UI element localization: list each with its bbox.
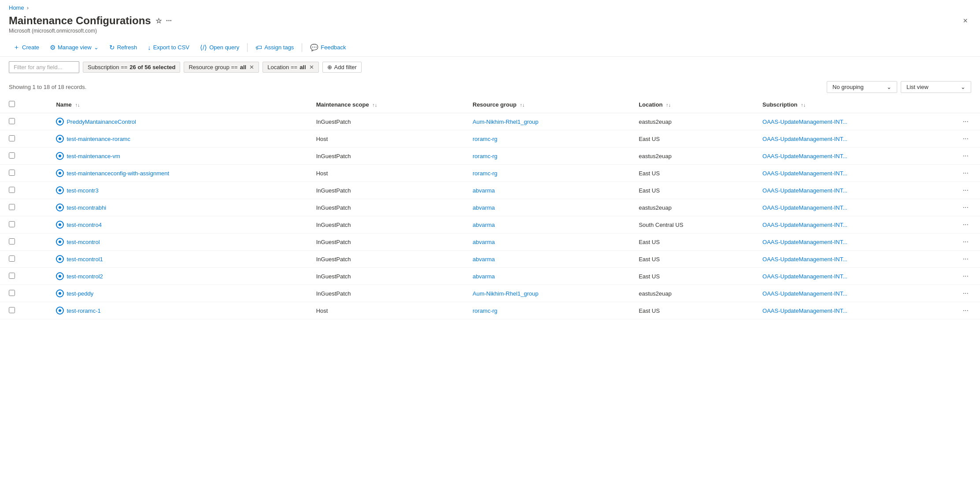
row-name-link[interactable]: PreddyMantainanceControl — [56, 118, 298, 126]
query-icon: ⟨/⟩ — [200, 44, 207, 52]
row-checkbox-cell[interactable] — [0, 182, 47, 199]
row-resource-group-link[interactable]: abvarma — [473, 256, 621, 263]
row-more-button-9[interactable]: ··· — [960, 271, 971, 281]
add-filter-button[interactable]: ⊕ Add filter — [322, 62, 362, 73]
row-more-button-0[interactable]: ··· — [960, 117, 971, 126]
row-checkbox-cell[interactable] — [0, 130, 47, 148]
row-name-link[interactable]: test-mcontro4 — [56, 221, 298, 229]
row-checkbox-1[interactable] — [9, 135, 15, 141]
close-button[interactable]: × — [959, 15, 971, 27]
row-checkbox-cell[interactable] — [0, 233, 47, 251]
resource-group-filter-close[interactable]: ✕ — [249, 64, 254, 70]
view-dropdown[interactable]: List view ⌄ — [901, 81, 971, 93]
col-header-scope[interactable]: Maintenance scope ↑↓ — [307, 96, 464, 113]
more-options-icon[interactable]: ··· — [166, 17, 172, 25]
row-more-button-4[interactable]: ··· — [960, 185, 971, 195]
row-resource-group-link[interactable]: abvarma — [473, 187, 621, 194]
row-resource-group-link[interactable]: abvarma — [473, 222, 621, 228]
row-subscription-link[interactable]: OAAS-UpdateManagement-INT... — [762, 118, 960, 125]
row-checkbox-5[interactable] — [9, 204, 15, 210]
row-subscription-link[interactable]: OAAS-UpdateManagement-INT... — [762, 239, 960, 245]
open-query-button[interactable]: ⟨/⟩ Open query — [196, 41, 244, 54]
row-name-link[interactable]: test-maintenance-vm — [56, 152, 298, 160]
row-name-link[interactable]: test-mcontr3 — [56, 186, 298, 194]
row-more-button-1[interactable]: ··· — [960, 134, 971, 144]
row-name-link[interactable]: test-mcontrabhi — [56, 204, 298, 211]
row-checkbox-cell[interactable] — [0, 302, 47, 319]
row-more-button-3[interactable]: ··· — [960, 168, 971, 178]
row-name-link[interactable]: test-mcontrol2 — [56, 272, 298, 280]
row-name-link[interactable]: test-maintenanceconfig-with-assignment — [56, 169, 298, 177]
row-resource-group-link[interactable]: roramc-rg — [473, 170, 621, 177]
row-subscription-link[interactable]: OAAS-UpdateManagement-INT... — [762, 256, 960, 263]
export-csv-button[interactable]: ↓ Export to CSV — [143, 41, 194, 53]
row-checkbox-cell[interactable] — [0, 165, 47, 182]
select-all-checkbox[interactable] — [9, 101, 15, 107]
row-name-link[interactable]: test-mcontrol — [56, 238, 298, 246]
col-header-name[interactable]: Name ↑↓ — [47, 96, 307, 113]
row-subscription-link[interactable]: OAAS-UpdateManagement-INT... — [762, 170, 960, 177]
row-resource-group-link[interactable]: Aum-Nikhim-Rhel1_group — [473, 118, 621, 125]
col-header-location[interactable]: Location ↑↓ — [630, 96, 754, 113]
grouping-dropdown[interactable]: No grouping ⌄ — [827, 81, 897, 93]
row-subscription-link[interactable]: OAAS-UpdateManagement-INT... — [762, 187, 960, 194]
row-resource-group-link[interactable]: roramc-rg — [473, 307, 621, 314]
row-checkbox-cell[interactable] — [0, 199, 47, 216]
row-resource-group-link[interactable]: Aum-Nikhim-Rhel1_group — [473, 290, 621, 297]
row-more-button-8[interactable]: ··· — [960, 254, 971, 264]
row-subscription-link[interactable]: OAAS-UpdateManagement-INT... — [762, 136, 960, 142]
feedback-button[interactable]: 💬 Feedback — [306, 41, 350, 54]
row-more-button-2[interactable]: ··· — [960, 151, 971, 161]
row-resource-group-link[interactable]: roramc-rg — [473, 153, 621, 159]
row-checkbox-11[interactable] — [9, 307, 15, 313]
home-link[interactable]: Home — [9, 4, 24, 11]
row-more-button-5[interactable]: ··· — [960, 203, 971, 212]
row-checkbox-cell[interactable] — [0, 113, 47, 130]
create-button[interactable]: ＋ Create — [9, 41, 44, 54]
row-more-button-7[interactable]: ··· — [960, 237, 971, 247]
assign-tags-button[interactable]: 🏷 Assign tags — [251, 41, 298, 53]
row-name-link[interactable]: test-peddy — [56, 289, 298, 297]
row-more-button-6[interactable]: ··· — [960, 220, 971, 229]
row-subscription-link[interactable]: OAAS-UpdateManagement-INT... — [762, 222, 960, 228]
row-checkbox-10[interactable] — [9, 290, 15, 296]
table-row: test-maintenance-vm InGuestPatch roramc-… — [0, 148, 980, 165]
row-resource-group-link[interactable]: abvarma — [473, 204, 621, 211]
filter-input[interactable] — [9, 61, 79, 73]
row-more-button-11[interactable]: ··· — [960, 306, 971, 315]
row-checkbox-cell[interactable] — [0, 251, 47, 268]
row-checkbox-cell[interactable] — [0, 216, 47, 233]
row-subscription-link[interactable]: OAAS-UpdateManagement-INT... — [762, 307, 960, 314]
row-checkbox-8[interactable] — [9, 255, 15, 262]
row-more-button-10[interactable]: ··· — [960, 289, 971, 298]
row-checkbox-4[interactable] — [9, 187, 15, 193]
row-subscription-link[interactable]: OAAS-UpdateManagement-INT... — [762, 290, 960, 297]
row-checkbox-cell[interactable] — [0, 148, 47, 165]
row-name-link[interactable]: test-roramc-1 — [56, 307, 298, 315]
row-subscription-link[interactable]: OAAS-UpdateManagement-INT... — [762, 204, 960, 211]
row-subscription-link[interactable]: OAAS-UpdateManagement-INT... — [762, 273, 960, 280]
row-subscription-link[interactable]: OAAS-UpdateManagement-INT... — [762, 153, 960, 159]
row-checkbox-6[interactable] — [9, 221, 15, 227]
row-name-link[interactable]: test-maintenance-roramc — [56, 135, 298, 143]
row-name-cell: test-peddy — [47, 285, 307, 302]
pin-icon[interactable]: ☆ — [155, 17, 162, 25]
refresh-button[interactable]: ↻ Refresh — [105, 41, 142, 54]
row-checkbox-cell[interactable] — [0, 268, 47, 285]
row-checkbox-3[interactable] — [9, 170, 15, 176]
select-all-header[interactable] — [0, 96, 47, 113]
row-checkbox-cell[interactable] — [0, 285, 47, 302]
row-resource-group-link[interactable]: abvarma — [473, 239, 621, 245]
row-checkbox-2[interactable] — [9, 152, 15, 159]
export-icon: ↓ — [148, 44, 151, 51]
location-filter-close[interactable]: ✕ — [309, 64, 314, 70]
row-checkbox-7[interactable] — [9, 238, 15, 244]
row-name-link[interactable]: test-mcontrol1 — [56, 255, 298, 263]
col-header-subscription[interactable]: Subscription ↑↓ — [754, 96, 980, 113]
row-checkbox-9[interactable] — [9, 273, 15, 279]
row-checkbox-0[interactable] — [9, 118, 15, 124]
manage-view-button[interactable]: ⚙ Manage view ⌄ — [45, 41, 103, 54]
col-header-resource-group[interactable]: Resource group ↑↓ — [464, 96, 630, 113]
row-resource-group-link[interactable]: abvarma — [473, 273, 621, 280]
row-resource-group-link[interactable]: roramc-rg — [473, 136, 621, 142]
